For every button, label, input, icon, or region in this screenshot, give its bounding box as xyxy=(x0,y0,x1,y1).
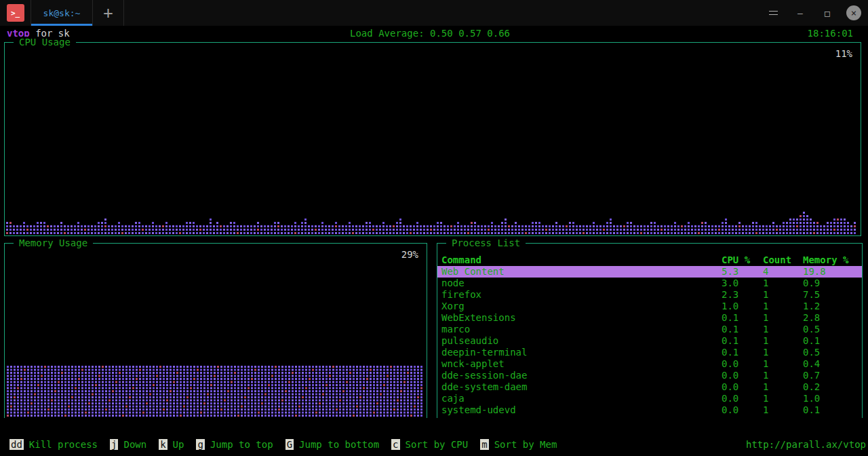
minimize-icon[interactable]: — xyxy=(792,5,808,21)
process-row[interactable]: caja0.011.0 xyxy=(437,393,862,404)
process-count: 1 xyxy=(763,358,803,370)
titlebar: >_ sk@sk:~ + — □ × xyxy=(0,0,868,26)
process-command: Web Content xyxy=(441,266,722,278)
process-count: 1 xyxy=(763,278,803,289)
col-count[interactable]: Count xyxy=(763,254,803,266)
shortcut-label: Up xyxy=(173,439,184,450)
process-row[interactable]: firefox2.317.5 xyxy=(437,289,862,301)
cpu-usage-panel: CPU Usage 11% xyxy=(4,42,861,236)
process-cpu: 0.1 xyxy=(722,335,763,347)
process-count: 4 xyxy=(763,266,803,278)
clock: 18:16:01 xyxy=(510,28,853,39)
process-row[interactable]: dde-session-dae0.010.7 xyxy=(437,370,862,381)
process-row[interactable]: node3.010.9 xyxy=(437,278,862,289)
memory-usage-panel: Memory Usage 29% xyxy=(4,243,427,418)
shortcut-hint: gJump to top xyxy=(196,439,273,450)
process-memory: 0.5 xyxy=(803,324,862,335)
shortcut-key: m xyxy=(480,439,488,450)
process-count: 1 xyxy=(763,370,803,381)
process-list-panel: Process List Command CPU % Count Memory … xyxy=(437,243,863,418)
process-row[interactable]: Web Content5.3419.8 xyxy=(437,266,862,278)
process-memory: 0.4 xyxy=(803,358,862,370)
process-row[interactable]: pulseaudio0.110.1 xyxy=(437,335,862,347)
maximize-icon[interactable]: □ xyxy=(819,5,835,21)
cpu-panel-title: CPU Usage xyxy=(14,37,76,48)
process-cpu: 0.0 xyxy=(722,381,763,393)
tab-title: sk@sk:~ xyxy=(43,8,81,18)
process-count: 1 xyxy=(763,289,803,301)
footer-bar: ddKill processjDownkUpgJump to topGJump … xyxy=(9,437,866,452)
process-row[interactable]: wnck-applet0.010.4 xyxy=(437,358,862,370)
menu-icon[interactable] xyxy=(765,5,781,21)
process-command: deepin-terminal xyxy=(441,347,722,358)
col-memory[interactable]: Memory % xyxy=(803,254,862,266)
col-command[interactable]: Command xyxy=(441,254,722,266)
process-count: 1 xyxy=(763,393,803,404)
load-average: Load Average: 0.50 0.57 0.66 xyxy=(350,28,510,39)
process-memory: 0.1 xyxy=(803,404,862,416)
process-count: 1 xyxy=(763,324,803,335)
cpu-history-chart xyxy=(6,207,858,234)
process-command: WebExtensions xyxy=(441,312,722,324)
process-count: 1 xyxy=(763,335,803,347)
process-count: 1 xyxy=(763,347,803,358)
process-memory: 7.5 xyxy=(803,289,862,301)
shortcut-hint: cSort by CPU xyxy=(391,439,468,450)
process-cpu: 0.1 xyxy=(722,324,763,335)
shortcut-key: g xyxy=(196,439,204,450)
process-count: 1 xyxy=(763,381,803,393)
memory-percent-value: 29% xyxy=(401,249,418,260)
terminal-tab[interactable]: sk@sk:~ xyxy=(31,0,93,26)
terminal-app-icon: >_ xyxy=(7,4,24,22)
shortcut-hint: ddKill process xyxy=(9,439,98,450)
process-table-header: Command CPU % Count Memory % xyxy=(437,254,862,266)
process-command: systemd-udevd xyxy=(441,404,722,416)
shortcut-label: Sort by Mem xyxy=(494,439,557,450)
process-command: pulseaudio xyxy=(441,335,722,347)
vtop-header: vtop for sk Load Average: 0.50 0.57 0.66… xyxy=(7,27,853,39)
shortcut-key: k xyxy=(159,439,167,450)
process-row[interactable]: dde-system-daem0.010.2 xyxy=(437,381,862,393)
window-controls: — □ × xyxy=(765,0,868,26)
process-row[interactable]: marco0.110.5 xyxy=(437,324,862,335)
shortcut-label: Jump to bottom xyxy=(299,439,379,450)
process-count: 1 xyxy=(763,404,803,416)
process-command: caja xyxy=(441,393,722,404)
process-cpu: 0.1 xyxy=(722,347,763,358)
tab-active-underline xyxy=(31,24,92,26)
cpu-percent-value: 11% xyxy=(835,48,852,59)
process-memory: 0.2 xyxy=(803,381,862,393)
col-cpu[interactable]: CPU % xyxy=(722,254,763,266)
shortcut-key: c xyxy=(391,439,399,450)
vtop-url: http://parall.ax/vtop xyxy=(557,439,866,450)
process-cpu: 0.0 xyxy=(722,358,763,370)
process-cpu: 0.0 xyxy=(722,370,763,381)
process-command: wnck-applet xyxy=(441,358,722,370)
process-memory: 0.1 xyxy=(803,335,862,347)
shortcut-label: Jump to top xyxy=(210,439,273,450)
memory-panel-title: Memory Usage xyxy=(14,238,93,248)
process-row[interactable]: deepin-terminal0.110.5 xyxy=(437,347,862,358)
close-icon[interactable]: × xyxy=(846,5,861,20)
process-panel-title: Process List xyxy=(446,238,526,248)
memory-history-chart xyxy=(7,364,424,417)
process-memory: 0.5 xyxy=(803,347,862,358)
shortcut-label: Down xyxy=(123,439,146,450)
process-memory: 2.8 xyxy=(803,312,862,324)
process-row[interactable]: Xorg1.011.2 xyxy=(437,301,862,312)
process-memory: 0.9 xyxy=(803,278,862,289)
titlebar-drag-area[interactable] xyxy=(124,0,765,26)
process-command: node xyxy=(441,278,722,289)
shortcut-key: dd xyxy=(9,439,24,450)
process-cpu: 2.3 xyxy=(722,289,763,301)
process-command: dde-system-daem xyxy=(441,381,722,393)
process-cpu: 0.0 xyxy=(722,393,763,404)
process-row[interactable]: WebExtensions0.112.8 xyxy=(437,312,862,324)
shortcut-hint: kUp xyxy=(159,439,184,450)
new-tab-button[interactable]: + xyxy=(93,0,124,26)
menu-icon-lines xyxy=(769,11,778,15)
process-memory: 0.7 xyxy=(803,370,862,381)
app-icon-slot: >_ xyxy=(0,0,31,26)
process-row[interactable]: systemd-udevd0.010.1 xyxy=(437,404,862,416)
process-memory: 1.2 xyxy=(803,301,862,312)
